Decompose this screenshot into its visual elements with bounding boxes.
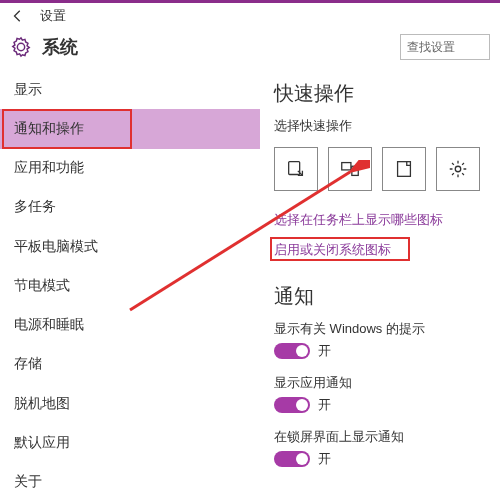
quick-actions-title: 快速操作 [274,80,500,107]
sidebar-item-about[interactable]: 关于 [0,463,260,502]
page-title: 系统 [42,35,78,59]
search-input[interactable]: 查找设置 [400,34,490,60]
window-title: 设置 [40,7,66,25]
svg-rect-0 [289,162,300,175]
link-system-icons[interactable]: 启用或关闭系统图标 [274,242,391,257]
sidebar-item-storage[interactable]: 存储 [0,345,260,384]
sidebar-item-multitask[interactable]: 多任务 [0,188,260,227]
content-pane: 快速操作 选择快速操作 选择在任务栏上显示哪些图标 启用或关闭系统图标 通知 显… [260,70,500,502]
gear-icon [10,36,32,58]
notifications-title: 通知 [274,283,500,310]
svg-rect-3 [398,162,411,177]
quick-tile-settings[interactable] [436,147,480,191]
toggle-switch-lock[interactable] [274,451,310,467]
toggle-label-lock: 在锁屏界面上显示通知 [274,428,500,446]
quick-tile-tablet[interactable] [274,147,318,191]
quick-tile-note[interactable] [382,147,426,191]
sidebar-item-tablet[interactable]: 平板电脑模式 [0,227,260,266]
sidebar-item-display[interactable]: 显示 [0,70,260,109]
sidebar-item-maps[interactable]: 脱机地图 [0,384,260,423]
back-button[interactable] [8,6,28,26]
svg-point-4 [455,166,461,172]
sidebar-item-battery[interactable]: 节电模式 [0,266,260,305]
toggle-switch-tips[interactable] [274,343,310,359]
sidebar-item-apps[interactable]: 应用和功能 [0,149,260,188]
link-taskbar-icons[interactable]: 选择在任务栏上显示哪些图标 [274,211,443,229]
toggle-switch-apps[interactable] [274,397,310,413]
toggle-state-lock: 开 [318,450,331,468]
search-placeholder: 查找设置 [407,39,455,56]
svg-rect-2 [352,166,358,175]
toggle-state-apps: 开 [318,396,331,414]
toggle-label-tips: 显示有关 Windows 的提示 [274,320,500,338]
sidebar: 显示 通知和操作 应用和功能 多任务 平板电脑模式 节电模式 电源和睡眠 存储 … [0,70,260,502]
quick-actions-sub: 选择快速操作 [274,117,500,135]
svg-rect-1 [342,163,351,170]
toggle-label-apps: 显示应用通知 [274,374,500,392]
sidebar-item-notifications[interactable]: 通知和操作 [0,109,260,148]
quick-tile-connect[interactable] [328,147,372,191]
sidebar-item-power[interactable]: 电源和睡眠 [0,306,260,345]
toggle-state-tips: 开 [318,342,331,360]
sidebar-item-defaultapps[interactable]: 默认应用 [0,423,260,462]
